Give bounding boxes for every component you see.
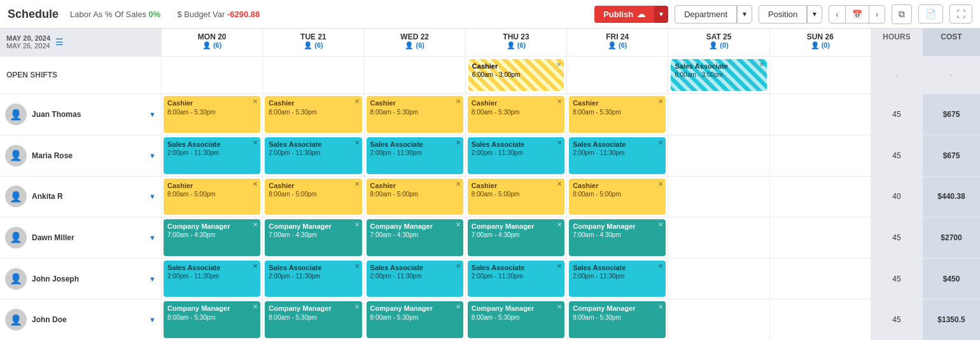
shift-john-doe-sat[interactable] — [668, 299, 769, 340]
shift-dawn-fri[interactable]: ✕ Company Manager 7:00am - 4:30pm — [567, 217, 668, 258]
close-icon[interactable]: ✕ — [557, 97, 562, 105]
expand-maria[interactable]: ▼ — [149, 152, 156, 160]
close-icon[interactable]: ✕ — [354, 262, 360, 270]
shift-dawn-sun[interactable] — [770, 217, 871, 258]
open-shift-wed[interactable] — [365, 57, 465, 94]
nav-calendar-button[interactable]: 📅 — [846, 5, 869, 24]
close-icon[interactable]: ✕ — [759, 60, 764, 69]
open-shift-sun[interactable] — [770, 57, 871, 94]
shift-juan-tue[interactable]: ✕ Cashier 8:00am - 5:30pm — [263, 94, 363, 135]
close-icon[interactable]: ✕ — [557, 180, 562, 188]
shift-john-doe-wed[interactable]: ✕ Company Manager 8:00am - 5:30pm — [365, 299, 465, 340]
shift-juan-mon[interactable]: ✕ Cashier 8:00am - 5:30pm — [162, 94, 262, 135]
close-icon[interactable]: ✕ — [253, 139, 258, 147]
shift-dawn-wed[interactable]: ✕ Company Manager 7:00am - 4:30pm — [365, 217, 465, 258]
shift-ankita-sat[interactable] — [668, 177, 769, 217]
open-cashier-shift-thu[interactable]: ✕ Cashier 6:00am - 3:00pm — [468, 59, 564, 92]
shift-john-joseph-mon[interactable]: ✕ Sales Associate 2:00pm - 11:30pm — [162, 259, 262, 299]
shift-juan-sun[interactable] — [770, 94, 871, 135]
expand-john-doe[interactable]: ▼ — [149, 316, 156, 323]
shift-juan-fri[interactable]: ✕ Cashier 8:00am - 5:30pm — [567, 94, 668, 135]
open-shift-fri[interactable] — [567, 57, 668, 94]
close-icon[interactable]: ✕ — [456, 97, 461, 105]
close-icon[interactable]: ✕ — [253, 303, 258, 311]
close-icon[interactable]: ✕ — [354, 180, 360, 188]
close-icon[interactable]: ✕ — [557, 262, 562, 270]
shift-maria-tue[interactable]: ✕ Sales Associate 2:00pm - 11:30pm — [263, 135, 363, 176]
close-icon[interactable]: ✕ — [658, 262, 663, 270]
close-icon[interactable]: ✕ — [456, 221, 461, 229]
close-icon[interactable]: ✕ — [658, 180, 663, 188]
shift-john-doe-thu[interactable]: ✕ Company Manager 8:00am - 5:30pm — [466, 299, 566, 340]
shift-dawn-thu[interactable]: ✕ Company Manager 7:00am - 4:30pm — [466, 217, 566, 258]
close-icon[interactable]: ✕ — [253, 180, 258, 188]
shift-john-doe-fri[interactable]: ✕ Company Manager 8:00am - 5:30pm — [567, 299, 668, 340]
close-icon[interactable]: ✕ — [456, 262, 461, 270]
expand-ankita[interactable]: ▼ — [149, 193, 156, 200]
open-sales-shift-sat[interactable]: ✕ Sales Associate 6:00am - 3:00pm — [671, 59, 766, 92]
close-icon[interactable]: ✕ — [354, 303, 360, 311]
shift-juan-thu[interactable]: ✕ Cashier 8:00am - 5:30pm — [466, 94, 566, 135]
shift-maria-sun[interactable] — [770, 135, 871, 176]
shift-john-joseph-sun[interactable] — [770, 259, 871, 299]
fullscreen-button[interactable]: ⛶ — [949, 4, 972, 24]
close-icon[interactable]: ✕ — [456, 180, 461, 188]
shift-john-joseph-tue[interactable]: ✕ Sales Associate 2:00pm - 11:30pm — [263, 259, 363, 299]
close-icon[interactable]: ✕ — [658, 139, 663, 147]
shift-maria-wed[interactable]: ✕ Sales Associate 2:00pm - 11:30pm — [365, 135, 465, 176]
close-icon[interactable]: ✕ — [354, 97, 360, 105]
shift-john-doe-tue[interactable]: ✕ Company Manager 8:00am - 5:30pm — [263, 299, 363, 340]
shift-dawn-tue[interactable]: ✕ Company Manager 7:00am - 4:30pm — [263, 217, 363, 258]
close-icon[interactable]: ✕ — [658, 97, 663, 105]
shift-john-joseph-wed[interactable]: ✕ Sales Associate 2:00pm - 11:30pm — [365, 259, 465, 299]
shift-maria-fri[interactable]: ✕ Sales Associate 2:00pm - 11:30pm — [567, 135, 668, 176]
copy-button[interactable]: ⧉ — [892, 4, 912, 24]
close-icon[interactable]: ✕ — [557, 139, 562, 147]
sort-icon[interactable]: ☰ — [55, 37, 64, 47]
close-icon[interactable]: ✕ — [354, 221, 360, 229]
shift-juan-sat[interactable] — [668, 94, 769, 135]
shift-john-doe-mon[interactable]: ✕ Company Manager 8:00am - 5:30pm — [162, 299, 262, 340]
close-icon[interactable]: ✕ — [354, 139, 360, 147]
close-icon[interactable]: ✕ — [658, 303, 663, 311]
department-dropdown-button[interactable]: ▾ — [737, 5, 752, 24]
shift-maria-thu[interactable]: ✕ Sales Associate 2:00pm - 11:30pm — [466, 135, 566, 176]
close-icon[interactable]: ✕ — [253, 262, 258, 270]
shift-maria-mon[interactable]: ✕ Sales Associate 2:00pm - 11:30pm — [162, 135, 262, 176]
close-icon[interactable]: ✕ — [658, 221, 663, 229]
nav-next-button[interactable]: › — [869, 5, 885, 24]
shift-john-joseph-thu[interactable]: ✕ Sales Associate 2:00pm - 11:30pm — [466, 259, 566, 299]
close-icon[interactable]: ✕ — [557, 303, 562, 311]
shift-maria-sat[interactable] — [668, 135, 769, 176]
shift-john-joseph-sat[interactable] — [668, 259, 769, 299]
shift-ankita-thu[interactable]: ✕ Cashier 8:00am - 5:00pm — [466, 177, 566, 217]
publish-button[interactable]: Publish ☁ — [594, 6, 654, 23]
shift-ankita-tue[interactable]: ✕ Cashier 8:00am - 5:00pm — [263, 177, 363, 217]
position-dropdown-button[interactable]: ▾ — [807, 5, 822, 24]
shift-dawn-sat[interactable] — [668, 217, 769, 258]
close-icon[interactable]: ✕ — [557, 221, 562, 229]
publish-dropdown-button[interactable]: ▾ — [654, 6, 668, 23]
expand-dawn[interactable]: ▼ — [149, 234, 156, 241]
shift-ankita-fri[interactable]: ✕ Cashier 8:00am - 5:00pm — [567, 177, 668, 217]
shift-john-doe-sun[interactable] — [770, 299, 871, 340]
close-icon[interactable]: ✕ — [456, 303, 461, 311]
shift-ankita-mon[interactable]: ✕ Cashier 8:00am - 5:00pm — [162, 177, 262, 217]
shift-dawn-mon[interactable]: ✕ Company Manager 7:00am - 4:30pm — [162, 217, 262, 258]
shift-ankita-wed[interactable]: ✕ Cashier 8:00am - 5:00pm — [365, 177, 465, 217]
nav-prev-button[interactable]: ‹ — [829, 5, 845, 24]
department-button[interactable]: Department — [675, 5, 737, 24]
position-button[interactable]: Position — [759, 5, 807, 24]
shift-juan-wed[interactable]: ✕ Cashier 8:00am - 5:30pm — [365, 94, 465, 135]
close-icon[interactable]: ✕ — [253, 97, 258, 105]
open-shift-mon[interactable] — [162, 57, 262, 94]
close-icon[interactable]: ✕ — [253, 221, 258, 229]
expand-john-joseph[interactable]: ▼ — [149, 275, 156, 283]
open-shift-tue[interactable] — [263, 57, 363, 94]
open-shift-thu[interactable]: ✕ Cashier 6:00am - 3:00pm — [466, 57, 566, 94]
close-icon[interactable]: ✕ — [556, 60, 561, 69]
expand-juan[interactable]: ▼ — [149, 111, 156, 118]
open-shift-sat[interactable]: ✕ Sales Associate 6:00am - 3:00pm — [668, 57, 769, 94]
shift-john-joseph-fri[interactable]: ✕ Sales Associate 2:00pm - 11:30pm — [567, 259, 668, 299]
shift-ankita-sun[interactable] — [770, 177, 871, 217]
